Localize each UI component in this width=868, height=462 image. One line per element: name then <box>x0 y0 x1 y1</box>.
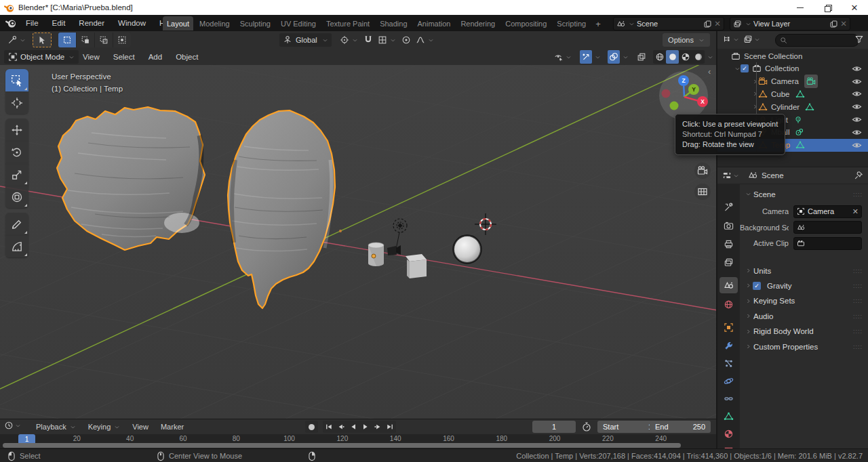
snap-toggle[interactable] <box>361 33 375 47</box>
hide-in-viewport-eye-icon[interactable] <box>852 89 862 99</box>
tab-scripting[interactable]: Scripting <box>553 16 590 30</box>
panel-drag-handle[interactable]: :::: <box>853 268 863 274</box>
panel-drag-handle[interactable]: :::: <box>853 343 863 350</box>
mesh-data-icon[interactable] <box>795 89 805 99</box>
viewport-menu-select[interactable]: Select <box>106 49 142 65</box>
tab-modeling[interactable]: Modeling <box>195 16 234 30</box>
hide-in-viewport-eye-icon[interactable] <box>852 102 862 112</box>
collection-checkbox[interactable]: ✓ <box>741 64 749 72</box>
timeline-editor-dropdown[interactable] <box>4 421 21 430</box>
frame-start-field[interactable]: Start 1 <box>597 421 658 433</box>
timeline-ruler[interactable]: 20406080100120140160180200220240 1 <box>0 434 717 449</box>
properties-tab-output[interactable] <box>719 236 738 252</box>
tab-compositing[interactable]: Compositing <box>501 16 551 30</box>
tool-rotate-button[interactable] <box>5 141 28 163</box>
gizmo-neg-x-ball[interactable] <box>662 89 671 98</box>
metaball-object[interactable] <box>453 235 481 264</box>
tab-shading[interactable]: Shading <box>376 16 411 30</box>
timeline-menu-view[interactable]: View <box>126 419 155 434</box>
active-tool-dropdown[interactable] <box>5 33 27 47</box>
property-field-camera[interactable]: Camera✕ <box>793 205 862 218</box>
viewport-menu-object[interactable]: Object <box>169 49 205 65</box>
scene-selector[interactable]: Scene ✕ <box>613 17 724 30</box>
chevron-down-icon[interactable] <box>623 54 629 60</box>
new-view-layer-icon[interactable] <box>829 20 838 28</box>
outliner-search-input[interactable] <box>775 34 859 47</box>
camera-object[interactable] <box>387 245 401 255</box>
metaball-data-icon[interactable] <box>795 127 804 137</box>
property-field-active-clip[interactable] <box>793 237 862 250</box>
mesh-data-icon[interactable] <box>795 140 805 150</box>
shading-rendered-button[interactable] <box>692 50 705 64</box>
panel-drag-handle[interactable]: :::: <box>853 191 863 198</box>
mesh-data-icon[interactable] <box>805 102 814 112</box>
chevron-down-icon[interactable] <box>595 54 601 60</box>
property-field-background-sce-[interactable] <box>793 221 862 234</box>
cylinder-object[interactable] <box>368 243 384 266</box>
outliner-row-camera[interactable]: Camera <box>717 75 868 88</box>
panel-drag-handle[interactable]: :::: <box>853 282 863 289</box>
disclosure-triangle[interactable] <box>751 79 758 85</box>
select-set-icon[interactable] <box>58 33 77 47</box>
outliner-row-scene-collection[interactable]: Scene Collection <box>717 49 868 62</box>
viewport-scene[interactable] <box>0 65 717 419</box>
properties-tab-constraints[interactable] <box>719 390 738 406</box>
menu-render[interactable]: Render <box>72 15 111 31</box>
viewport-menu-view[interactable]: View <box>76 49 106 65</box>
auto-keyframe-record-button[interactable] <box>305 421 318 433</box>
tool-measure-button[interactable] <box>5 235 28 257</box>
hide-in-viewport-eye-icon[interactable] <box>852 140 862 150</box>
select-intersect-icon[interactable] <box>113 33 131 47</box>
properties-tab-object-data[interactable] <box>719 408 738 424</box>
properties-tab-render[interactable] <box>719 217 738 234</box>
pin-icon[interactable] <box>854 171 863 180</box>
panel-keying-sets[interactable]: Keying Sets:::: <box>740 294 868 308</box>
light-object[interactable] <box>393 219 407 249</box>
camera-view-button[interactable] <box>694 163 711 179</box>
sidebar-collapse-arrow[interactable]: ‹ <box>708 66 711 77</box>
panel-rigid-body-world[interactable]: Rigid Body World:::: <box>740 324 868 339</box>
remove-view-layer-icon[interactable]: ✕ <box>840 19 847 28</box>
play-reverse-button[interactable] <box>347 421 359 433</box>
scene-panel-header[interactable]: Scene :::: <box>740 187 868 201</box>
object-type-visibility-dropdown[interactable] <box>553 50 573 64</box>
stopwatch-icon[interactable] <box>581 421 592 432</box>
frame-end-field[interactable]: End 250 <box>650 421 711 433</box>
tab-rendering[interactable]: Rendering <box>456 16 499 30</box>
jump-to-end-button[interactable] <box>384 421 396 433</box>
proportional-editing-toggle[interactable] <box>399 33 413 47</box>
camera-data-icon[interactable] <box>804 75 818 88</box>
timeline-menu-playback[interactable]: Playback <box>30 419 82 434</box>
panel-custom-properties[interactable]: Custom Properties:::: <box>740 339 868 354</box>
timeline-menu-keying[interactable]: Keying <box>82 419 127 434</box>
outliner-row-collection[interactable]: ✓Collection <box>717 62 868 75</box>
timeline-scrollbar[interactable] <box>3 443 681 448</box>
menu-window[interactable]: Window <box>111 15 153 31</box>
properties-tab-world[interactable] <box>719 296 738 312</box>
restore-button[interactable] <box>814 0 841 15</box>
rock-mesh-right[interactable] <box>228 110 335 308</box>
shading-solid-button[interactable] <box>666 50 679 64</box>
editor-type-dropdown[interactable] <box>722 35 739 44</box>
blender-menu-icon[interactable] <box>5 18 16 28</box>
hide-in-viewport-eye-icon[interactable] <box>852 127 862 138</box>
pivot-point-dropdown[interactable] <box>338 33 359 47</box>
tool-move-button[interactable] <box>5 119 28 141</box>
chevron-down-icon[interactable] <box>707 54 713 60</box>
outliner-row-cube[interactable]: Cube <box>717 87 868 100</box>
display-mode-dropdown[interactable] <box>743 35 760 44</box>
editor-divider[interactable] <box>716 31 717 448</box>
properties-tab-particles[interactable] <box>719 355 738 371</box>
show-gizmo-toggle[interactable] <box>580 50 592 64</box>
current-frame-field[interactable]: 1 <box>532 421 576 433</box>
panel-units[interactable]: Units:::: <box>740 264 868 278</box>
hide-in-viewport-eye-icon[interactable] <box>852 77 862 87</box>
clear-value-icon[interactable]: ✕ <box>852 207 859 216</box>
cube-object[interactable] <box>406 254 427 278</box>
shading-material-button[interactable] <box>679 50 692 64</box>
properties-tab-modifiers[interactable] <box>719 337 738 354</box>
select-extend-icon[interactable] <box>77 33 95 47</box>
unlink-scene-icon[interactable]: ✕ <box>714 19 721 28</box>
hide-in-viewport-eye-icon[interactable] <box>852 114 862 125</box>
properties-tab-material[interactable] <box>719 425 738 442</box>
